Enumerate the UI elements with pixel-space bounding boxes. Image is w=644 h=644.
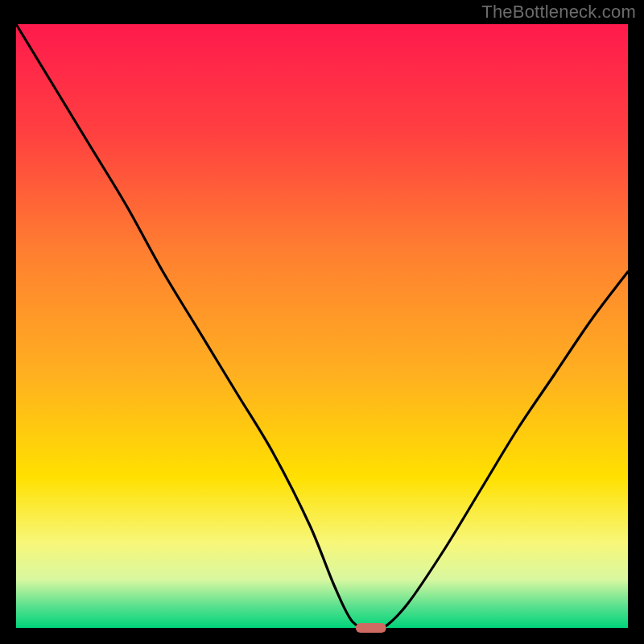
bottleneck-chart: [0, 0, 644, 644]
chart-stage: TheBottleneck.com: [0, 0, 644, 644]
plot-background: [16, 24, 628, 628]
optimal-marker: [356, 623, 386, 633]
